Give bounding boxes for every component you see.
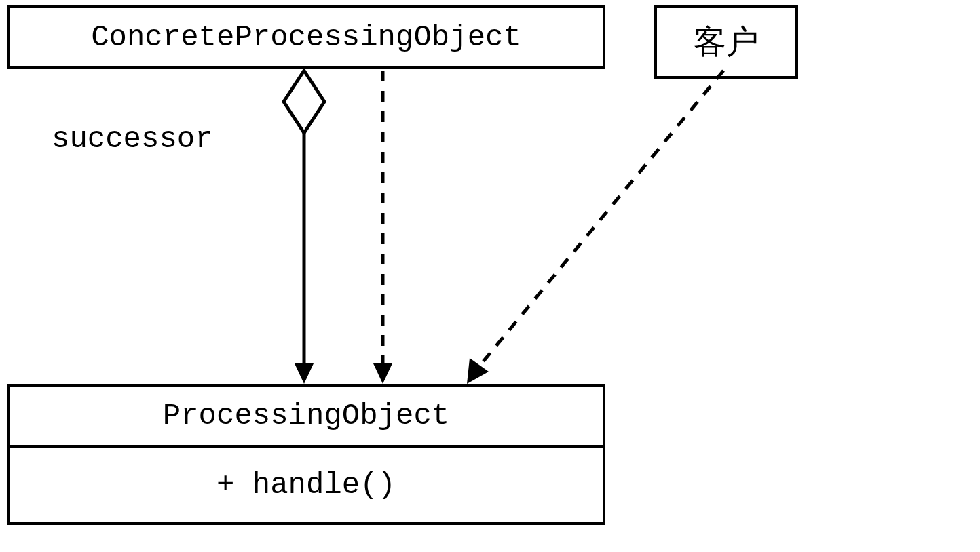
svg-line-5 <box>474 71 723 373</box>
aggregation-diamond-icon <box>284 71 324 133</box>
svg-marker-0 <box>284 71 324 133</box>
class-title: ConcreteProcessingObject <box>10 8 603 66</box>
class-title: ProcessingObject <box>10 387 603 445</box>
class-concrete-processing-object: ConcreteProcessingObject <box>7 5 605 69</box>
class-processing-object: ProcessingObject + handle() <box>7 384 605 525</box>
class-method: + handle() <box>10 445 603 522</box>
class-title: 客户 <box>657 8 795 76</box>
svg-marker-6 <box>467 358 489 384</box>
relation-label-successor: successor <box>52 122 213 156</box>
svg-marker-2 <box>295 363 314 384</box>
dependency-line-concrete <box>373 71 392 384</box>
svg-marker-4 <box>373 363 392 384</box>
dependency-line-client <box>467 71 723 384</box>
aggregation-line <box>295 133 314 384</box>
class-client: 客户 <box>654 5 798 79</box>
